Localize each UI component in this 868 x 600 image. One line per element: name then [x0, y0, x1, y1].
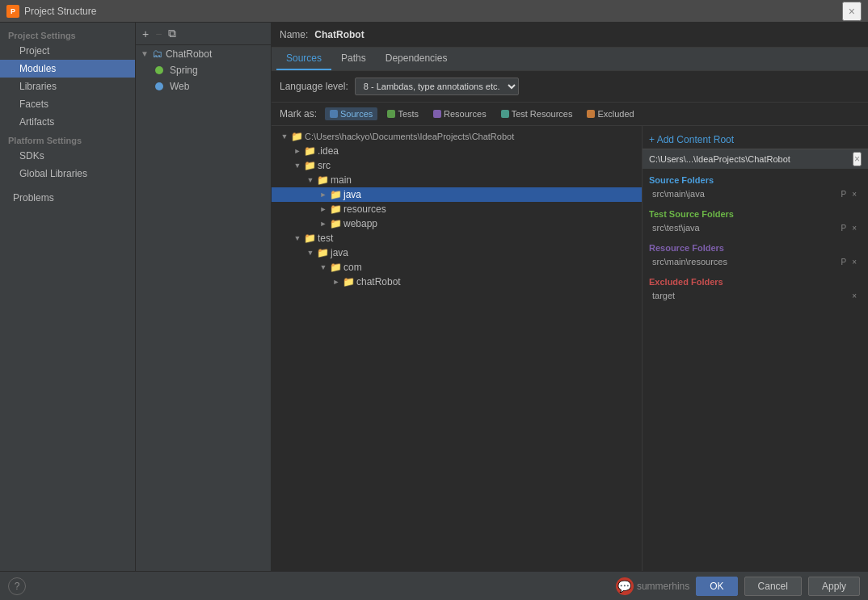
sources-content: ▼ 📁 C:\Users\hackyo\Documents\IdeaProjec… — [272, 126, 868, 571]
apply-button[interactable]: Apply — [808, 577, 860, 596]
sidebar-item-project[interactable]: Project — [0, 42, 135, 60]
mark-resources-button[interactable]: Resources — [428, 107, 491, 120]
excluded-folders-title: Excluded Folders — [649, 277, 862, 287]
mark-excluded-button[interactable]: Excluded — [582, 107, 638, 120]
chatrobot-folder-icon: 📁 — [343, 276, 355, 287]
tree-item-root[interactable]: ▼ 📁 C:\Users\hackyo\Documents\IdeaProjec… — [272, 129, 642, 144]
sidebar-item-modules[interactable]: Modules — [0, 60, 135, 78]
source-folder-path: src\main\java — [652, 189, 839, 199]
help-button[interactable]: ? — [8, 577, 26, 595]
java-test-folder-icon: 📁 — [317, 247, 329, 258]
tab-paths[interactable]: Paths — [331, 48, 376, 70]
bottom-bar: ? 💬 summerhins OK Cancel Apply — [0, 571, 868, 600]
sources-btn-label: Sources — [340, 109, 373, 119]
test-folder-properties-btn[interactable]: P — [839, 224, 848, 233]
resources-color-box — [433, 110, 441, 118]
tab-dependencies[interactable]: Dependencies — [376, 48, 457, 70]
module-item-chatrobot[interactable]: ▼ 🗂 ChatRobot — [136, 45, 271, 62]
language-level-row: Language level: 8 - Lambdas, type annota… — [272, 71, 868, 103]
tree-item-idea[interactable]: ► 📁 .idea — [272, 144, 642, 158]
test-folder-actions: P × — [839, 224, 858, 233]
right-panel: + Add Content Root C:\Users\...\IdeaProj… — [642, 126, 868, 571]
sidebar-item-facets[interactable]: Facets — [0, 95, 135, 113]
name-row: Name: ChatRobot — [272, 23, 868, 48]
sidebar-item-sdks[interactable]: SDKs — [0, 147, 135, 165]
excluded-btn-label: Excluded — [597, 109, 634, 119]
add-content-root-btn[interactable]: + Add Content Root — [643, 131, 868, 149]
test-folder-icon: 📁 — [304, 233, 316, 244]
mark-as-row: Mark as: Sources Tests Resources Test Re… — [272, 103, 868, 126]
content-root-path: C:\Users\...\IdeaProjects\ChatRobot — [649, 154, 790, 164]
platform-settings-header: Platform Settings — [0, 131, 135, 147]
resources-btn-label: Resources — [444, 109, 487, 119]
excluded-folder-path: target — [652, 291, 850, 300]
mark-sources-button[interactable]: Sources — [325, 107, 377, 120]
tree-item-src[interactable]: ▼ 📁 src — [272, 158, 642, 173]
src-label: src — [318, 160, 331, 171]
module-item-web[interactable]: Web — [136, 78, 271, 94]
java-test-label: java — [331, 247, 348, 258]
sidebar-item-global-libraries[interactable]: Global Libraries — [0, 165, 135, 183]
add-module-button[interactable]: + — [139, 25, 152, 42]
source-folder-entry-0: src\main\java P × — [649, 188, 862, 199]
tree-item-webapp[interactable]: ► 📁 webapp — [272, 216, 642, 231]
resource-folder-remove-btn[interactable]: × — [850, 258, 858, 266]
copy-module-button[interactable]: ⧉ — [165, 25, 179, 42]
app-icon: P — [6, 5, 19, 18]
module-label: ChatRobot — [166, 48, 212, 60]
tree-item-com[interactable]: ▼ 📁 com — [272, 260, 642, 275]
test-folder-remove-btn[interactable]: × — [850, 224, 858, 233]
mark-test-resources-button[interactable]: Test Resources — [496, 107, 578, 120]
module-item-spring[interactable]: Spring — [136, 62, 271, 78]
java-main-label: java — [343, 189, 361, 200]
sidebar-item-artifacts[interactable]: Artifacts — [0, 113, 135, 131]
cancel-button[interactable]: Cancel — [744, 577, 802, 596]
test-source-folders-section: Test Source Folders src\test\java P × — [643, 203, 868, 237]
tab-sources[interactable]: Sources — [276, 48, 331, 70]
src-folder-icon: 📁 — [304, 160, 316, 171]
webapp-label: webapp — [343, 218, 377, 229]
watermark-text: summerhins — [637, 581, 689, 592]
test-resources-btn-label: Test Resources — [512, 109, 573, 119]
java-test-arrow: ▼ — [305, 249, 315, 257]
content-root-header: C:\Users\...\IdeaProjects\ChatRobot × — [643, 149, 868, 169]
excluded-folder-remove-btn[interactable]: × — [850, 292, 858, 300]
tree-item-main[interactable]: ▼ 📁 main — [272, 173, 642, 187]
source-folder-actions: P × — [839, 190, 858, 199]
sidebar-item-problems[interactable]: Problems — [0, 189, 135, 207]
sidebar: Project Settings Project Modules Librari… — [0, 23, 136, 571]
file-tree: ▼ 📁 C:\Users\hackyo\Documents\IdeaProjec… — [272, 126, 642, 571]
language-level-select[interactable]: 8 - Lambdas, type annotations etc. — [355, 78, 519, 95]
remove-module-button[interactable]: − — [152, 25, 165, 42]
tree-item-java-test[interactable]: ▼ 📁 java — [272, 245, 642, 260]
close-button[interactable]: × — [842, 2, 862, 21]
language-level-label: Language level: — [280, 81, 348, 92]
src-arrow: ▼ — [293, 162, 302, 170]
resource-folders-title: Resource Folders — [649, 243, 862, 253]
source-folder-remove-btn[interactable]: × — [850, 190, 858, 199]
resource-folder-properties-btn[interactable]: P — [839, 258, 848, 266]
tree-item-resources[interactable]: ► 📁 resources — [272, 202, 642, 216]
web-label: Web — [170, 81, 189, 92]
excluded-folder-entry-0: target × — [649, 290, 862, 301]
spring-icon — [155, 66, 163, 74]
idea-label: .idea — [318, 145, 339, 157]
expand-arrow: ▼ — [141, 49, 149, 58]
module-name-value: ChatRobot — [314, 29, 364, 40]
tree-item-test[interactable]: ▼ 📁 test — [272, 231, 642, 245]
content-root-close-btn[interactable]: × — [853, 152, 862, 166]
test-arrow: ▼ — [293, 234, 302, 242]
ok-button[interactable]: OK — [696, 577, 737, 596]
sidebar-item-libraries[interactable]: Libraries — [0, 78, 135, 95]
java-main-arrow: ► — [318, 191, 328, 199]
tree-item-java-main[interactable]: ► 📁 java — [272, 187, 642, 202]
chatrobot-folder-label: chatRobot — [356, 276, 401, 287]
tree-item-chatrobot-folder[interactable]: ► 📁 chatRobot — [272, 275, 642, 289]
excluded-folder-actions: × — [850, 292, 858, 300]
root-path-label: C:\Users\hackyo\Documents\IdeaProjects\C… — [305, 132, 514, 141]
main-label: main — [331, 174, 352, 186]
source-folder-properties-btn[interactable]: P — [839, 190, 848, 199]
mark-tests-button[interactable]: Tests — [382, 107, 423, 120]
main-arrow: ▼ — [305, 176, 315, 184]
project-settings-header: Project Settings — [0, 26, 135, 42]
